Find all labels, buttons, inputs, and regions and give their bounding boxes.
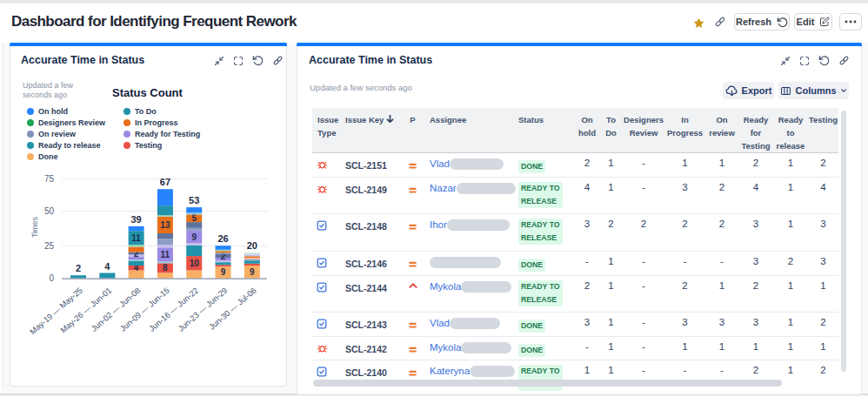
svg-text:Times: Times [30,216,39,238]
svg-text:Jun-23 — Jun-29: Jun-23 — Jun-29 [177,286,229,333]
svg-text:53: 53 [189,195,199,205]
svg-text:May-26 — Jun-01: May-26 — Jun-01 [59,286,113,334]
svg-text:0: 0 [49,273,54,283]
svg-text:9: 9 [221,267,226,277]
svg-text:5: 5 [191,213,197,223]
svg-text:67: 67 [160,177,170,187]
svg-text:May-19 — May-25: May-19 — May-25 [29,286,84,336]
svg-text:11: 11 [131,233,141,243]
svg-text:20: 20 [247,240,257,251]
svg-text:Jun-09 — Jun-15: Jun-09 — Jun-15 [118,286,170,333]
svg-text:26: 26 [217,233,228,244]
svg-text:8: 8 [163,263,168,273]
svg-text:10: 10 [190,259,200,268]
svg-text:13: 13 [160,220,170,230]
svg-text:39: 39 [130,214,141,225]
svg-text:75: 75 [44,174,55,184]
svg-text:Jun-16 — Jun-22: Jun-16 — Jun-22 [148,286,200,333]
svg-text:4: 4 [104,261,110,272]
svg-text:Jun-02 — Jun-08: Jun-02 — Jun-08 [90,286,142,333]
svg-text:25: 25 [44,241,55,251]
svg-text:11: 11 [161,250,170,259]
svg-text:2: 2 [76,263,81,273]
svg-text:50: 50 [44,206,55,216]
svg-text:9: 9 [191,232,197,242]
svg-text:9: 9 [250,267,255,277]
